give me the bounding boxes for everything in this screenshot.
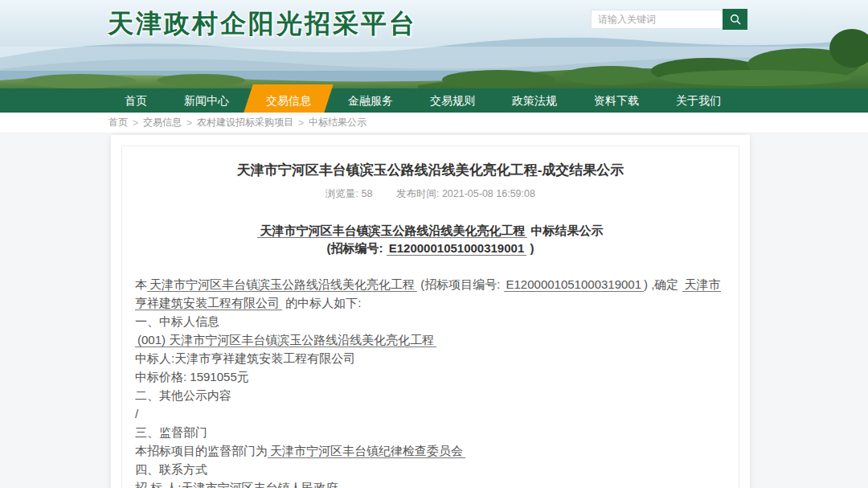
supervisor-line: 本招标项目的监督部门为天津市宁河区丰台镇纪律检查委员会 xyxy=(135,441,726,460)
breadcrumb-separator: > xyxy=(298,117,304,129)
breadcrumb-trade-info[interactable]: 交易信息 xyxy=(143,116,182,129)
bid-number-link[interactable]: E1200001051000319001 xyxy=(387,241,527,256)
nav-item-trade-rules[interactable]: 交易规则 xyxy=(411,88,493,113)
content-card: 天津市宁河区丰台镇滨玉公路线沿线美化亮化工程-成交结果公示 浏览量: 58 发布… xyxy=(111,135,750,488)
publish-time: 发布时间: 2021-05-08 16:59:08 xyxy=(396,188,535,199)
search-input[interactable] xyxy=(591,10,723,29)
article-body: 本天津市宁河区丰台镇滨玉公路线沿线美化亮化工程 (招标项目编号: E120000… xyxy=(135,275,726,488)
breadcrumb: 首页 > 交易信息 > 农村建设招标采购项目 > 中标结果公示 xyxy=(0,113,868,133)
section4-heading: 四、联系方式 xyxy=(135,460,726,478)
page-body: 天津市宁河区丰台镇滨玉公路线沿线美化亮化工程-成交结果公示 浏览量: 58 发布… xyxy=(0,133,868,488)
bidder-line: 招 标 人:天津市宁河区丰台镇人民政府 xyxy=(135,478,726,488)
breadcrumb-separator: > xyxy=(186,117,192,129)
banner: 天津政村企阳光招采平台 xyxy=(0,0,868,88)
section1-item: (001) 天津市宁河区丰台镇滨玉公路线沿线美化亮化工程 xyxy=(135,330,726,349)
bid-number-line: (招标编号: E1200001051000319001 ) xyxy=(135,240,726,257)
result-notice-heading: 天津市宁河区丰台镇滨玉公路线沿线美化亮化工程 中标结果公示 xyxy=(135,222,726,240)
breadcrumb-rural-bidding[interactable]: 农村建设招标采购项目 xyxy=(197,116,293,129)
article-title: 天津市宁河区丰台镇滨玉公路线沿线美化亮化工程-成交结果公示 xyxy=(135,161,726,179)
breadcrumb-separator: > xyxy=(133,117,138,129)
nav-item-news[interactable]: 新闻中心 xyxy=(166,88,248,113)
section2-content: / xyxy=(135,404,726,423)
nav-item-about[interactable]: 关于我们 xyxy=(657,88,739,113)
article: 天津市宁河区丰台镇滨玉公路线沿线美化亮化工程-成交结果公示 浏览量: 58 发布… xyxy=(121,146,739,488)
section1-heading: 一、中标人信息 xyxy=(135,312,726,330)
nav-item-finance[interactable]: 金融服务 xyxy=(330,88,411,113)
main-nav: 首页 新闻中心 交易信息 金融服务 交易规则 政策法规 资料下载 关于我们 xyxy=(0,88,868,113)
supervisor-link[interactable]: 天津市宁河区丰台镇纪律检查委员会 xyxy=(268,444,465,458)
breadcrumb-home[interactable]: 首页 xyxy=(108,116,128,129)
search-box xyxy=(591,10,747,29)
nav-list: 首页 新闻中心 交易信息 金融服务 交易规则 政策法规 资料下载 关于我们 xyxy=(106,88,868,113)
project-name-link[interactable]: 天津市宁河区丰台镇滨玉公路线沿线美化亮化工程 xyxy=(257,223,527,238)
price-line: 中标价格: 1591055元 xyxy=(135,367,726,386)
view-count: 浏览量: 58 xyxy=(326,188,372,199)
nav-item-downloads[interactable]: 资料下载 xyxy=(575,88,657,113)
search-button[interactable] xyxy=(723,9,747,30)
search-icon xyxy=(730,14,741,25)
nav-item-policies[interactable]: 政策法规 xyxy=(493,88,575,113)
breadcrumb-result-notice: 中标结果公示 xyxy=(309,116,366,129)
lot-project-link[interactable]: (001) 天津市宁河区丰台镇滨玉公路线沿线美化亮化工程 xyxy=(135,333,436,347)
project-name-link[interactable]: 天津市宁河区丰台镇滨玉公路线沿线美化亮化工程 xyxy=(147,277,417,292)
nav-item-home[interactable]: 首页 xyxy=(106,88,166,113)
section3-heading: 三、监督部门 xyxy=(135,423,726,441)
site-title: 天津政村企阳光招采平台 xyxy=(108,6,417,42)
bid-number-link[interactable]: E1200001051000319001 xyxy=(504,277,645,292)
winner-line: 中标人:天津市亨祥建筑安装工程有限公司 xyxy=(135,349,726,367)
intro-paragraph: 本天津市宁河区丰台镇滨玉公路线沿线美化亮化工程 (招标项目编号: E120000… xyxy=(135,275,726,312)
nav-item-trade-info[interactable]: 交易信息 xyxy=(248,88,330,113)
section2-heading: 二、其他公示内容 xyxy=(135,386,726,404)
article-meta: 浏览量: 58 发布时间: 2021-05-08 16:59:08 xyxy=(135,187,726,201)
